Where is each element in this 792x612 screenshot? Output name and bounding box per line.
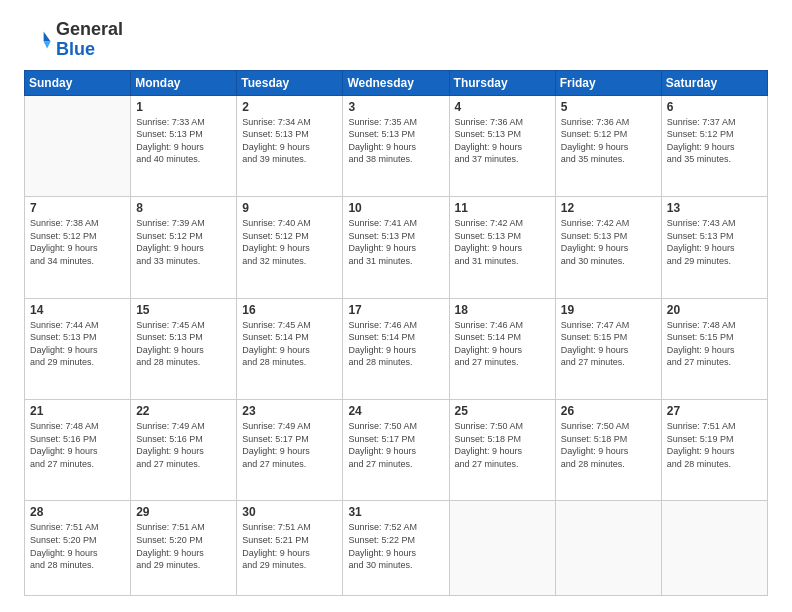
calendar-cell: 1Sunrise: 7:33 AM Sunset: 5:13 PM Daylig…	[131, 95, 237, 196]
svg-marker-0	[44, 31, 51, 41]
weekday-header-tuesday: Tuesday	[237, 70, 343, 95]
weekday-header-sunday: Sunday	[25, 70, 131, 95]
calendar-cell: 14Sunrise: 7:44 AM Sunset: 5:13 PM Dayli…	[25, 298, 131, 399]
header: General Blue	[24, 20, 768, 60]
day-number: 22	[136, 404, 231, 418]
calendar-table: SundayMondayTuesdayWednesdayThursdayFrid…	[24, 70, 768, 596]
calendar-cell: 10Sunrise: 7:41 AM Sunset: 5:13 PM Dayli…	[343, 197, 449, 298]
day-info: Sunrise: 7:33 AM Sunset: 5:13 PM Dayligh…	[136, 116, 231, 166]
calendar-cell	[25, 95, 131, 196]
calendar-cell: 16Sunrise: 7:45 AM Sunset: 5:14 PM Dayli…	[237, 298, 343, 399]
calendar-cell: 26Sunrise: 7:50 AM Sunset: 5:18 PM Dayli…	[555, 399, 661, 500]
weekday-header-thursday: Thursday	[449, 70, 555, 95]
day-info: Sunrise: 7:35 AM Sunset: 5:13 PM Dayligh…	[348, 116, 443, 166]
svg-marker-1	[44, 41, 51, 48]
calendar-cell: 18Sunrise: 7:46 AM Sunset: 5:14 PM Dayli…	[449, 298, 555, 399]
calendar-cell: 9Sunrise: 7:40 AM Sunset: 5:12 PM Daylig…	[237, 197, 343, 298]
day-number: 2	[242, 100, 337, 114]
day-number: 24	[348, 404, 443, 418]
day-info: Sunrise: 7:48 AM Sunset: 5:15 PM Dayligh…	[667, 319, 762, 369]
week-row-5: 28Sunrise: 7:51 AM Sunset: 5:20 PM Dayli…	[25, 501, 768, 596]
day-info: Sunrise: 7:50 AM Sunset: 5:17 PM Dayligh…	[348, 420, 443, 470]
day-number: 3	[348, 100, 443, 114]
day-info: Sunrise: 7:45 AM Sunset: 5:14 PM Dayligh…	[242, 319, 337, 369]
day-number: 4	[455, 100, 550, 114]
calendar-cell: 13Sunrise: 7:43 AM Sunset: 5:13 PM Dayli…	[661, 197, 767, 298]
day-info: Sunrise: 7:40 AM Sunset: 5:12 PM Dayligh…	[242, 217, 337, 267]
calendar-cell: 31Sunrise: 7:52 AM Sunset: 5:22 PM Dayli…	[343, 501, 449, 596]
day-number: 26	[561, 404, 656, 418]
day-info: Sunrise: 7:47 AM Sunset: 5:15 PM Dayligh…	[561, 319, 656, 369]
day-info: Sunrise: 7:45 AM Sunset: 5:13 PM Dayligh…	[136, 319, 231, 369]
calendar-cell: 7Sunrise: 7:38 AM Sunset: 5:12 PM Daylig…	[25, 197, 131, 298]
logo-text: General Blue	[56, 20, 123, 60]
day-number: 10	[348, 201, 443, 215]
day-info: Sunrise: 7:36 AM Sunset: 5:12 PM Dayligh…	[561, 116, 656, 166]
calendar-cell: 21Sunrise: 7:48 AM Sunset: 5:16 PM Dayli…	[25, 399, 131, 500]
day-info: Sunrise: 7:39 AM Sunset: 5:12 PM Dayligh…	[136, 217, 231, 267]
day-info: Sunrise: 7:50 AM Sunset: 5:18 PM Dayligh…	[455, 420, 550, 470]
calendar-cell: 25Sunrise: 7:50 AM Sunset: 5:18 PM Dayli…	[449, 399, 555, 500]
day-number: 1	[136, 100, 231, 114]
calendar-cell: 12Sunrise: 7:42 AM Sunset: 5:13 PM Dayli…	[555, 197, 661, 298]
logo: General Blue	[24, 20, 123, 60]
day-number: 12	[561, 201, 656, 215]
day-number: 11	[455, 201, 550, 215]
day-number: 29	[136, 505, 231, 519]
day-number: 28	[30, 505, 125, 519]
weekday-header-row: SundayMondayTuesdayWednesdayThursdayFrid…	[25, 70, 768, 95]
calendar-cell: 20Sunrise: 7:48 AM Sunset: 5:15 PM Dayli…	[661, 298, 767, 399]
day-info: Sunrise: 7:51 AM Sunset: 5:19 PM Dayligh…	[667, 420, 762, 470]
calendar-cell: 2Sunrise: 7:34 AM Sunset: 5:13 PM Daylig…	[237, 95, 343, 196]
week-row-3: 14Sunrise: 7:44 AM Sunset: 5:13 PM Dayli…	[25, 298, 768, 399]
day-info: Sunrise: 7:51 AM Sunset: 5:20 PM Dayligh…	[30, 521, 125, 571]
day-info: Sunrise: 7:49 AM Sunset: 5:16 PM Dayligh…	[136, 420, 231, 470]
calendar-cell: 11Sunrise: 7:42 AM Sunset: 5:13 PM Dayli…	[449, 197, 555, 298]
weekday-header-friday: Friday	[555, 70, 661, 95]
day-number: 23	[242, 404, 337, 418]
calendar-cell: 22Sunrise: 7:49 AM Sunset: 5:16 PM Dayli…	[131, 399, 237, 500]
calendar-cell: 6Sunrise: 7:37 AM Sunset: 5:12 PM Daylig…	[661, 95, 767, 196]
weekday-header-wednesday: Wednesday	[343, 70, 449, 95]
day-number: 14	[30, 303, 125, 317]
calendar-cell: 30Sunrise: 7:51 AM Sunset: 5:21 PM Dayli…	[237, 501, 343, 596]
day-number: 15	[136, 303, 231, 317]
day-number: 19	[561, 303, 656, 317]
calendar-cell: 15Sunrise: 7:45 AM Sunset: 5:13 PM Dayli…	[131, 298, 237, 399]
calendar-cell	[449, 501, 555, 596]
calendar-cell: 4Sunrise: 7:36 AM Sunset: 5:13 PM Daylig…	[449, 95, 555, 196]
day-info: Sunrise: 7:43 AM Sunset: 5:13 PM Dayligh…	[667, 217, 762, 267]
day-info: Sunrise: 7:46 AM Sunset: 5:14 PM Dayligh…	[348, 319, 443, 369]
day-info: Sunrise: 7:48 AM Sunset: 5:16 PM Dayligh…	[30, 420, 125, 470]
calendar-cell	[661, 501, 767, 596]
day-info: Sunrise: 7:49 AM Sunset: 5:17 PM Dayligh…	[242, 420, 337, 470]
day-info: Sunrise: 7:46 AM Sunset: 5:14 PM Dayligh…	[455, 319, 550, 369]
week-row-1: 1Sunrise: 7:33 AM Sunset: 5:13 PM Daylig…	[25, 95, 768, 196]
day-number: 16	[242, 303, 337, 317]
day-info: Sunrise: 7:38 AM Sunset: 5:12 PM Dayligh…	[30, 217, 125, 267]
day-info: Sunrise: 7:51 AM Sunset: 5:20 PM Dayligh…	[136, 521, 231, 571]
calendar-cell: 24Sunrise: 7:50 AM Sunset: 5:17 PM Dayli…	[343, 399, 449, 500]
day-info: Sunrise: 7:34 AM Sunset: 5:13 PM Dayligh…	[242, 116, 337, 166]
day-number: 18	[455, 303, 550, 317]
day-info: Sunrise: 7:42 AM Sunset: 5:13 PM Dayligh…	[561, 217, 656, 267]
day-number: 27	[667, 404, 762, 418]
day-info: Sunrise: 7:42 AM Sunset: 5:13 PM Dayligh…	[455, 217, 550, 267]
day-number: 20	[667, 303, 762, 317]
calendar-cell: 27Sunrise: 7:51 AM Sunset: 5:19 PM Dayli…	[661, 399, 767, 500]
day-number: 7	[30, 201, 125, 215]
day-info: Sunrise: 7:51 AM Sunset: 5:21 PM Dayligh…	[242, 521, 337, 571]
calendar-cell: 5Sunrise: 7:36 AM Sunset: 5:12 PM Daylig…	[555, 95, 661, 196]
day-info: Sunrise: 7:37 AM Sunset: 5:12 PM Dayligh…	[667, 116, 762, 166]
weekday-header-monday: Monday	[131, 70, 237, 95]
calendar-cell: 28Sunrise: 7:51 AM Sunset: 5:20 PM Dayli…	[25, 501, 131, 596]
day-number: 25	[455, 404, 550, 418]
day-number: 5	[561, 100, 656, 114]
day-number: 13	[667, 201, 762, 215]
day-number: 17	[348, 303, 443, 317]
day-number: 31	[348, 505, 443, 519]
weekday-header-saturday: Saturday	[661, 70, 767, 95]
day-number: 30	[242, 505, 337, 519]
page: General Blue SundayMondayTuesdayWednesda…	[0, 0, 792, 612]
day-info: Sunrise: 7:52 AM Sunset: 5:22 PM Dayligh…	[348, 521, 443, 571]
